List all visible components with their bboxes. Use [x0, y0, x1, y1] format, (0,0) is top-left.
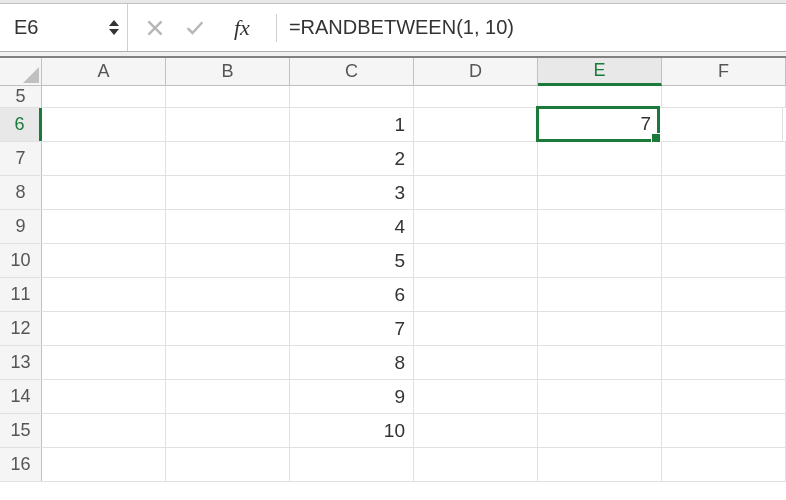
cell-C12[interactable]: 7: [290, 312, 414, 345]
cell-B6[interactable]: [166, 108, 290, 141]
column-header-a[interactable]: A: [42, 58, 166, 85]
cell-F12[interactable]: [662, 312, 786, 345]
row-header-6[interactable]: 6: [0, 108, 42, 141]
cell-A6[interactable]: [42, 108, 166, 141]
cell-E6[interactable]: 7: [536, 106, 660, 142]
cell-F6[interactable]: [659, 108, 783, 141]
fx-button[interactable]: fx: [224, 15, 254, 41]
cell-C13[interactable]: 8: [290, 346, 414, 379]
row-header-15[interactable]: 15: [0, 414, 42, 447]
spreadsheet-grid: ABCDEF 5617728394105116127138149151016: [0, 58, 786, 482]
cell-B13[interactable]: [166, 346, 290, 379]
cell-B10[interactable]: [166, 244, 290, 277]
cell-D12[interactable]: [414, 312, 538, 345]
cell-D5[interactable]: [414, 86, 538, 107]
cell-C11[interactable]: 6: [290, 278, 414, 311]
cell-E12[interactable]: [538, 312, 662, 345]
cell-E8[interactable]: [538, 176, 662, 209]
cell-C15[interactable]: 10: [290, 414, 414, 447]
row-header-13[interactable]: 13: [0, 346, 42, 379]
cell-D7[interactable]: [414, 142, 538, 175]
name-box-stepper[interactable]: [109, 20, 119, 35]
cell-E7[interactable]: [538, 142, 662, 175]
row-header-10[interactable]: 10: [0, 244, 42, 277]
formula-input[interactable]: =RANDBETWEEN(1, 10): [285, 16, 786, 39]
cell-B8[interactable]: [166, 176, 290, 209]
cell-A11[interactable]: [42, 278, 166, 311]
row-header-14[interactable]: 14: [0, 380, 42, 413]
cell-F15[interactable]: [662, 414, 786, 447]
cell-C14[interactable]: 9: [290, 380, 414, 413]
cell-C8[interactable]: 3: [290, 176, 414, 209]
cell-C16[interactable]: [290, 448, 414, 481]
cell-E10[interactable]: [538, 244, 662, 277]
row-header-8[interactable]: 8: [0, 176, 42, 209]
column-header-b[interactable]: B: [166, 58, 290, 85]
cell-F8[interactable]: [662, 176, 786, 209]
cell-A14[interactable]: [42, 380, 166, 413]
cell-E5[interactable]: [538, 86, 662, 107]
cell-E14[interactable]: [538, 380, 662, 413]
column-header-d[interactable]: D: [414, 58, 538, 85]
cell-F16[interactable]: [662, 448, 786, 481]
stepper-down-icon[interactable]: [109, 29, 119, 35]
row-header-7[interactable]: 7: [0, 142, 42, 175]
cell-A16[interactable]: [42, 448, 166, 481]
cell-B9[interactable]: [166, 210, 290, 243]
cell-F14[interactable]: [662, 380, 786, 413]
cell-D8[interactable]: [414, 176, 538, 209]
cancel-icon[interactable]: [144, 17, 166, 39]
cell-C10[interactable]: 5: [290, 244, 414, 277]
cell-D11[interactable]: [414, 278, 538, 311]
cell-D6[interactable]: [414, 108, 538, 141]
stepper-up-icon[interactable]: [109, 20, 119, 26]
cell-C6[interactable]: 1: [290, 108, 414, 141]
cell-F7[interactable]: [662, 142, 786, 175]
cell-B15[interactable]: [166, 414, 290, 447]
cell-F10[interactable]: [662, 244, 786, 277]
row-header-12[interactable]: 12: [0, 312, 42, 345]
cell-E11[interactable]: [538, 278, 662, 311]
cell-A10[interactable]: [42, 244, 166, 277]
name-box[interactable]: E6: [0, 4, 128, 51]
row-header-9[interactable]: 9: [0, 210, 42, 243]
cell-C7[interactable]: 2: [290, 142, 414, 175]
row-header-11[interactable]: 11: [0, 278, 42, 311]
cell-A15[interactable]: [42, 414, 166, 447]
cell-D13[interactable]: [414, 346, 538, 379]
cell-E9[interactable]: [538, 210, 662, 243]
row-header-16[interactable]: 16: [0, 448, 42, 481]
cell-E16[interactable]: [538, 448, 662, 481]
column-header-c[interactable]: C: [290, 58, 414, 85]
column-header-e[interactable]: E: [538, 58, 662, 86]
cell-E13[interactable]: [538, 346, 662, 379]
confirm-icon[interactable]: [184, 17, 206, 39]
cell-D10[interactable]: [414, 244, 538, 277]
cell-B5[interactable]: [166, 86, 290, 107]
cell-B16[interactable]: [166, 448, 290, 481]
cell-F11[interactable]: [662, 278, 786, 311]
cell-D15[interactable]: [414, 414, 538, 447]
cell-A5[interactable]: [42, 86, 166, 107]
cell-F9[interactable]: [662, 210, 786, 243]
cell-A13[interactable]: [42, 346, 166, 379]
cell-D9[interactable]: [414, 210, 538, 243]
cell-A12[interactable]: [42, 312, 166, 345]
cell-C9[interactable]: 4: [290, 210, 414, 243]
cell-C5[interactable]: [290, 86, 414, 107]
row-header-5[interactable]: 5: [0, 86, 42, 107]
cell-B12[interactable]: [166, 312, 290, 345]
cell-E15[interactable]: [538, 414, 662, 447]
cell-B7[interactable]: [166, 142, 290, 175]
cell-B11[interactable]: [166, 278, 290, 311]
cell-A7[interactable]: [42, 142, 166, 175]
cell-F13[interactable]: [662, 346, 786, 379]
cell-D14[interactable]: [414, 380, 538, 413]
cell-B14[interactable]: [166, 380, 290, 413]
cell-F5[interactable]: [662, 86, 786, 107]
column-header-f[interactable]: F: [662, 58, 786, 85]
cell-A8[interactable]: [42, 176, 166, 209]
select-all-corner[interactable]: [0, 58, 42, 85]
cell-D16[interactable]: [414, 448, 538, 481]
cell-A9[interactable]: [42, 210, 166, 243]
